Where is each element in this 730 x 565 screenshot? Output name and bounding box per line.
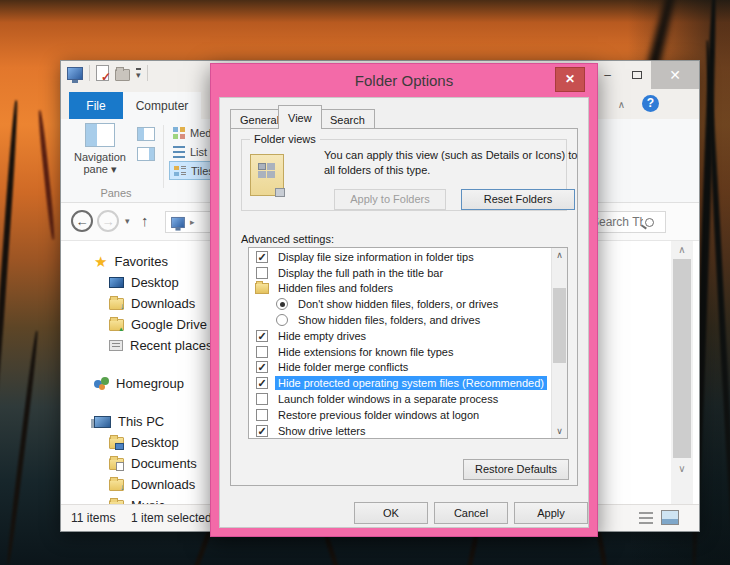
new-folder-icon[interactable] [115,69,130,81]
ok-button[interactable]: OK [354,502,428,524]
sidebar-item-desktop[interactable]: Desktop [61,272,211,293]
scrollbar-thumb[interactable] [673,259,691,458]
sidebar-item-downloads[interactable]: Downloads [61,293,211,314]
advanced-setting-row[interactable]: Launch folder windows in a separate proc… [249,391,550,407]
search-box[interactable] [586,211,666,233]
scroll-up-icon[interactable]: ∧ [671,244,693,255]
properties-icon[interactable] [96,65,109,81]
help-icon[interactable]: ? [642,95,659,112]
this-pc-icon[interactable] [67,67,83,80]
advanced-setting-label[interactable]: Hidden files and folders [275,281,396,295]
checkbox-icon[interactable] [256,409,268,421]
advanced-setting-row[interactable]: Restore previous folder windows at logon [249,407,550,423]
advanced-setting-row[interactable]: ✓Hide empty drives [249,328,550,344]
advanced-setting-row[interactable]: Show hidden files, folders, and drives [249,312,550,328]
tab-computer[interactable]: Computer [123,92,201,119]
sidebar-item-label: Downloads [131,477,195,492]
explorer-close-button[interactable]: ✕ [651,61,699,89]
dialog-title: Folder Options [211,64,597,97]
scroll-down-icon[interactable]: ∨ [671,463,693,474]
minimize-ribbon-icon[interactable]: ∧ [618,99,625,110]
folder-options-dialog: Folder Options ✕ General View Search Fol… [210,63,598,537]
advanced-setting-label[interactable]: Don't show hidden files, folders, or dri… [295,297,501,311]
apply-button[interactable]: Apply [514,502,588,524]
quick-access-toolbar: ▾ [67,65,148,81]
pc-icon [94,416,111,428]
checkbox-icon[interactable] [256,267,268,279]
navigation-pane: ★FavoritesDesktopDownloadsGoogle DriveRe… [61,241,211,504]
checkbox-icon[interactable]: ✓ [256,251,268,263]
sidebar-item-downloads[interactable]: Downloads [61,474,211,495]
checkbox-icon[interactable]: ✓ [256,330,268,342]
tab-search[interactable]: Search [320,109,375,129]
radio-icon[interactable] [276,314,288,326]
advanced-setting-label[interactable]: Hide protected operating system files (R… [275,376,547,390]
sidebar-item-documents[interactable]: Documents [61,453,211,474]
folder-drive-icon [109,319,124,331]
maximize-button[interactable] [622,61,651,89]
sidebar-item-this-pc[interactable]: This PC [61,411,211,432]
sidebar-item-desktop[interactable]: Desktop [61,432,211,453]
advanced-setting-label[interactable]: Restore previous folder windows at logon [275,408,482,422]
advanced-setting-row[interactable]: ✓Display file size information in folder… [249,249,550,265]
checkbox-icon[interactable] [256,346,268,358]
sidebar-item-label: Homegroup [116,376,184,391]
details-view-icon[interactable] [639,512,653,524]
dialog-close-button[interactable]: ✕ [555,67,585,92]
cancel-button[interactable]: Cancel [434,502,508,524]
advanced-setting-label[interactable]: Display the full path in the title bar [275,266,446,280]
sidebar-item-google-drive[interactable]: Google Drive [61,314,211,335]
selection-count: 1 item selected [131,511,212,525]
advanced-setting-row[interactable]: Hidden files and folders [249,281,550,297]
up-button[interactable]: ↑ [141,212,149,229]
preview-pane-icon[interactable] [137,127,155,141]
advanced-setting-label[interactable]: Show hidden files, folders, and drives [295,313,483,327]
advanced-setting-label[interactable]: Hide empty drives [275,329,369,343]
checkbox-icon[interactable]: ✓ [256,361,268,373]
scroll-down-icon[interactable]: ∨ [552,426,567,436]
radio-icon[interactable] [276,298,288,310]
checkbox-icon[interactable]: ✓ [256,425,268,437]
ribbon-group-label: Panes [71,187,161,199]
advanced-settings-list[interactable]: ✓Display file size information in folder… [248,247,568,439]
sidebar-item-recent-places[interactable]: Recent places [61,335,211,356]
recent-locations-icon[interactable]: ▾ [125,216,130,226]
advanced-setting-row[interactable]: ✓Hide folder merge conflicts [249,360,550,376]
advanced-setting-row[interactable]: ✓Show drive letters [249,423,550,439]
forward-button[interactable]: → [97,210,119,232]
sidebar-item-favorites[interactable]: ★Favorites [61,251,211,272]
sidebar-item-label: Recent places [130,338,211,353]
scrollbar-thumb[interactable] [553,288,566,363]
reset-folders-button[interactable]: Reset Folders [461,189,575,210]
tab-view[interactable]: View [278,105,322,129]
advanced-setting-label[interactable]: Hide extensions for known file types [275,345,456,359]
advanced-setting-row[interactable]: ✓Hide protected operating system files (… [249,375,550,391]
sidebar-item-homegroup[interactable]: Homegroup [61,373,211,394]
advanced-setting-label[interactable]: Display file size information in folder … [275,250,477,264]
thumbnail-view-icon[interactable] [661,510,679,525]
explorer-scrollbar[interactable]: ∧ ∨ [671,241,693,504]
customize-quick-access-icon[interactable]: ▾ [136,68,141,79]
advanced-setting-label[interactable]: Show drive letters [275,424,368,438]
advanced-setting-row[interactable]: Display the full path in the title bar [249,265,550,281]
checkbox-icon[interactable] [256,393,268,405]
restore-defaults-button[interactable]: Restore Defaults [463,459,569,480]
advanced-setting-label[interactable]: Hide folder merge conflicts [275,360,411,374]
scroll-up-icon[interactable]: ∧ [552,250,567,260]
checkbox-icon[interactable]: ✓ [256,377,268,389]
navigation-pane-button[interactable]: Navigation pane ▾ [71,123,129,193]
apply-to-folders-button[interactable]: Apply to Folders [334,189,446,210]
recent-icon [109,340,123,351]
ribbon-divider [163,125,164,188]
advanced-setting-label[interactable]: Launch folder windows in a separate proc… [275,392,501,406]
details-pane-icon[interactable] [137,147,155,161]
list-scrollbar[interactable]: ∧ ∨ [551,248,567,438]
view-option-label: List [190,146,207,158]
advanced-setting-row[interactable]: Hide extensions for known file types [249,344,550,360]
advanced-setting-row[interactable]: Don't show hidden files, folders, or dri… [249,296,550,312]
tab-file[interactable]: File [69,92,123,119]
back-button[interactable]: ← [71,210,93,232]
folder-icon[interactable] [255,283,269,294]
star-icon: ★ [94,253,107,271]
sidebar-item-music[interactable]: Music [61,495,211,504]
